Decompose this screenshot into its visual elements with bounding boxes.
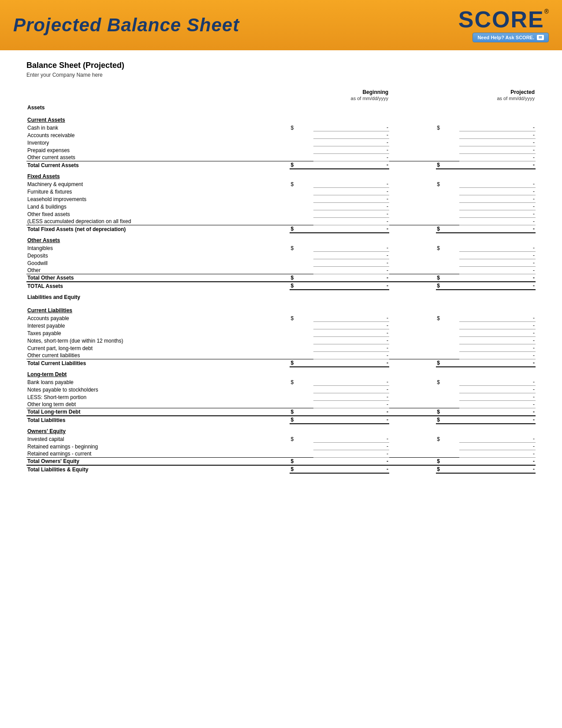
furniture-begin-val[interactable]: -: [313, 188, 390, 195]
other-ca-proj-val[interactable]: -: [459, 154, 536, 161]
tl-begin-val[interactable]: -: [313, 416, 390, 424]
re-begin-proj-val[interactable]: -: [459, 443, 536, 450]
cash-begin-val[interactable]: -: [313, 124, 390, 131]
leasehold-proj-val[interactable]: -: [459, 195, 536, 203]
cash-proj-val[interactable]: -: [459, 124, 536, 131]
taxes-proj-val[interactable]: -: [459, 329, 536, 337]
company-name[interactable]: Enter your Company Name here: [26, 72, 536, 78]
table-row: Interest payable - -: [26, 322, 536, 329]
total-assets-row: TOTAL Assets $ - $ -: [26, 282, 536, 290]
land-begin-val[interactable]: -: [313, 203, 390, 210]
retained-earnings-beginning-label: Retained earnings - beginning: [26, 443, 290, 450]
table-row: (LESS accumulated depreciation on all fi…: [26, 218, 536, 225]
toe-proj-dollar: $: [436, 458, 459, 466]
tltd-proj-val[interactable]: -: [459, 408, 536, 416]
intangibles-begin-val[interactable]: -: [313, 244, 390, 252]
other-ca-begin-val[interactable]: -: [313, 154, 390, 161]
other-fixed-begin-val[interactable]: -: [313, 210, 390, 218]
other-fixed-proj-val[interactable]: -: [459, 210, 536, 218]
prepaid-begin-val[interactable]: -: [313, 146, 390, 154]
ar-begin-val[interactable]: -: [313, 131, 390, 139]
table-row: LESS: Short-term portion - -: [26, 393, 536, 401]
tle-begin-val[interactable]: -: [313, 465, 390, 473]
toe-proj-val[interactable]: -: [459, 458, 536, 466]
cash-proj-dollar: $: [436, 124, 459, 131]
score-brand: SCORE ®: [458, 8, 549, 31]
leasehold-begin-val[interactable]: -: [313, 195, 390, 203]
tca-begin-val[interactable]: -: [313, 161, 390, 169]
tfa-begin-val[interactable]: -: [313, 225, 390, 233]
notes-st-begin-val[interactable]: -: [313, 337, 390, 344]
toa-begin-val[interactable]: -: [313, 274, 390, 282]
interest-begin-val[interactable]: -: [313, 322, 390, 329]
prepaid-proj-val[interactable]: -: [459, 146, 536, 154]
deposits-begin-val[interactable]: -: [313, 252, 390, 259]
ar-proj-val[interactable]: -: [459, 131, 536, 139]
other-lt-proj-val[interactable]: -: [459, 401, 536, 408]
tl-proj-val[interactable]: -: [459, 416, 536, 424]
intangibles-proj-val[interactable]: -: [459, 244, 536, 252]
current-lt-begin-val[interactable]: -: [313, 344, 390, 352]
table-row: Accounts receivable - -: [26, 131, 536, 139]
less-dep-proj-val[interactable]: -: [459, 218, 536, 225]
other-lt-begin-val[interactable]: -: [313, 401, 390, 408]
tcl-proj-val[interactable]: -: [459, 359, 536, 367]
table-row: Cash in bank $ - $ -: [26, 124, 536, 131]
other-oa-begin-val[interactable]: -: [313, 267, 390, 274]
score-text: SCORE: [458, 8, 544, 31]
taxes-begin-val[interactable]: -: [313, 329, 390, 337]
tca-proj-val[interactable]: -: [459, 161, 536, 169]
ap-begin-val[interactable]: -: [313, 314, 390, 322]
bank-proj-val[interactable]: -: [459, 378, 536, 386]
tcl-begin-val[interactable]: -: [313, 359, 390, 367]
total-owners-equity-label: Total Owners' Equity: [26, 458, 290, 466]
machinery-proj-dollar: $: [436, 180, 459, 188]
notes-st-proj-val[interactable]: -: [459, 337, 536, 344]
tfa-proj-val[interactable]: -: [459, 225, 536, 233]
machinery-begin-val[interactable]: -: [313, 180, 390, 188]
projected-date[interactable]: as of mm/dd/yyyy: [459, 95, 536, 103]
less-dep-begin-val[interactable]: -: [313, 218, 390, 225]
proj-dollar-header: [436, 89, 459, 95]
ic-begin-val[interactable]: -: [313, 435, 390, 443]
current-lt-proj-val[interactable]: -: [459, 344, 536, 352]
projected-header: Projected: [459, 89, 536, 95]
land-proj-val[interactable]: -: [459, 203, 536, 210]
ta-proj-val[interactable]: -: [459, 282, 536, 290]
bank-begin-val[interactable]: -: [313, 378, 390, 386]
ap-proj-val[interactable]: -: [459, 314, 536, 322]
re-begin-val[interactable]: -: [313, 443, 390, 450]
goodwill-begin-val[interactable]: -: [313, 259, 390, 267]
other-oa-proj-val[interactable]: -: [459, 267, 536, 274]
tltd-begin-val[interactable]: -: [313, 408, 390, 416]
notes-stk-begin-val[interactable]: -: [313, 386, 390, 393]
tle-proj-val[interactable]: -: [459, 465, 536, 473]
rec-begin-val[interactable]: -: [313, 450, 390, 458]
inventory-begin-val[interactable]: -: [313, 139, 390, 146]
rec-proj-val[interactable]: -: [459, 450, 536, 458]
toe-begin-val[interactable]: -: [313, 458, 390, 466]
machinery-proj-val[interactable]: -: [459, 180, 536, 188]
notes-stk-proj-val[interactable]: -: [459, 386, 536, 393]
other-cl-begin-val[interactable]: -: [313, 352, 390, 359]
beginning-date[interactable]: as of mm/dd/yyyy: [313, 95, 390, 103]
furniture-proj-val[interactable]: -: [459, 188, 536, 195]
inventory-proj-val[interactable]: -: [459, 139, 536, 146]
table-row: Intangibles $ - $ -: [26, 244, 536, 252]
other-cl-proj-val[interactable]: -: [459, 352, 536, 359]
table-row: Goodwill - -: [26, 259, 536, 267]
balance-sheet-table: Beginning Projected as of mm/dd/yyyy as …: [26, 89, 536, 474]
less-st-begin-val[interactable]: -: [313, 393, 390, 401]
ta-begin-val[interactable]: -: [313, 282, 390, 290]
score-registered: ®: [544, 8, 549, 15]
interest-proj-val[interactable]: -: [459, 322, 536, 329]
spacer-subheader: [389, 95, 436, 103]
assets-label: Assets: [26, 103, 290, 112]
deposits-proj-val[interactable]: -: [459, 252, 536, 259]
less-st-proj-val[interactable]: -: [459, 393, 536, 401]
toa-proj-val[interactable]: -: [459, 274, 536, 282]
goodwill-proj-val[interactable]: -: [459, 259, 536, 267]
ic-proj-val[interactable]: -: [459, 435, 536, 443]
total-current-liabilities-row: Total Current Liabilities $ - $ -: [26, 359, 536, 367]
score-help-button[interactable]: Need Help? Ask SCORE. ✉: [473, 33, 549, 42]
